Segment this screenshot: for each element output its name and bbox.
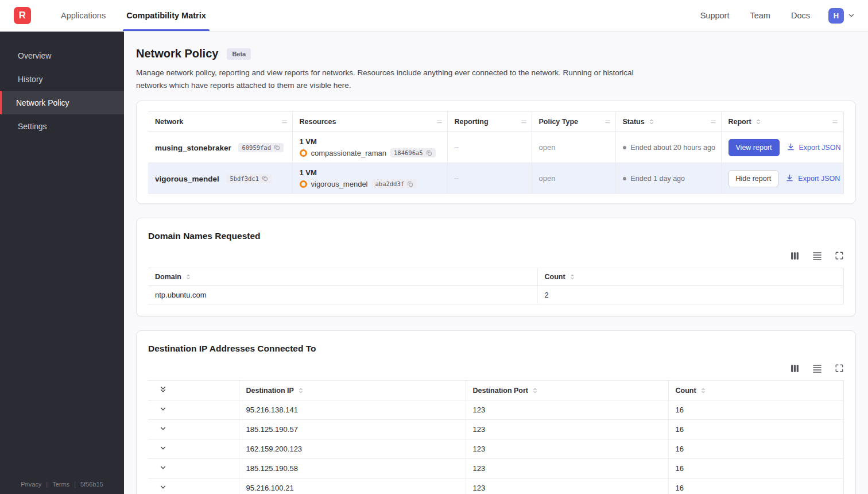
row-density-icon[interactable] bbox=[812, 364, 822, 373]
column-settings-icon[interactable] bbox=[790, 364, 800, 373]
destination-port-value: 123 bbox=[466, 400, 668, 420]
reporting-value: – bbox=[455, 174, 459, 183]
column-header-reporting[interactable]: Reporting bbox=[447, 112, 532, 132]
row-expand-chevron-icon[interactable] bbox=[159, 424, 167, 433]
column-resize-handle-icon[interactable] bbox=[604, 118, 611, 126]
network-id-badge: 5bdf3dc1 bbox=[226, 174, 272, 183]
sort-icon[interactable] bbox=[297, 387, 304, 394]
page-header: Network Policy Beta bbox=[136, 47, 856, 60]
destinations-toolbar bbox=[148, 364, 844, 373]
column-resize-handle-icon[interactable] bbox=[281, 118, 288, 126]
copy-icon[interactable] bbox=[274, 144, 280, 150]
primary-nav: Applications Compatibility Matrix bbox=[51, 0, 216, 31]
row-expand-chevron-icon[interactable] bbox=[159, 483, 167, 491]
sort-icon[interactable] bbox=[648, 118, 655, 125]
column-resize-handle-icon[interactable] bbox=[831, 118, 839, 126]
destination-row[interactable]: 95.216.138.141 123 16 bbox=[148, 400, 843, 420]
fullscreen-icon[interactable] bbox=[835, 251, 844, 261]
sidebar-item-overview[interactable]: Overview bbox=[0, 44, 124, 67]
network-name: vigorous_mendel bbox=[155, 175, 219, 183]
sidebar: Overview History Network Policy Settings… bbox=[0, 32, 124, 494]
domains-toolbar bbox=[148, 251, 844, 261]
column-header-destination-ip[interactable]: Destination IP bbox=[239, 381, 466, 400]
status-text: Ended about 20 hours ago bbox=[631, 144, 715, 152]
column-header-count[interactable]: Count bbox=[668, 381, 843, 400]
column-header-policy-type[interactable]: Policy Type bbox=[532, 112, 615, 132]
row-expand-chevron-icon[interactable] bbox=[159, 444, 167, 452]
nav-applications[interactable]: Applications bbox=[51, 0, 116, 31]
destination-ip-value: 185.125.190.58 bbox=[239, 459, 466, 478]
main-content: Network Policy Beta Manage network polic… bbox=[124, 32, 868, 494]
expand-all-header[interactable] bbox=[148, 381, 239, 400]
nav-compatibility-matrix[interactable]: Compatibility Matrix bbox=[116, 0, 216, 31]
column-resize-handle-icon[interactable] bbox=[520, 118, 528, 126]
export-json-link[interactable]: Export JSON bbox=[786, 142, 841, 153]
secondary-nav: Support Team Docs H bbox=[690, 0, 868, 31]
network-name: musing_stonebraker bbox=[155, 144, 231, 152]
destination-ip-value: 185.125.190.57 bbox=[239, 420, 466, 439]
copy-icon[interactable] bbox=[262, 175, 268, 182]
download-icon bbox=[786, 142, 795, 153]
destination-row[interactable]: 162.159.200.123 123 16 bbox=[148, 439, 843, 459]
sidebar-item-settings[interactable]: Settings bbox=[0, 114, 124, 138]
destination-port-value: 123 bbox=[466, 439, 668, 459]
view-report-button[interactable]: View report bbox=[728, 139, 780, 156]
terms-link[interactable]: Terms bbox=[52, 481, 69, 488]
sort-icon[interactable] bbox=[569, 273, 576, 280]
export-json-link[interactable]: Export JSON bbox=[785, 173, 840, 184]
vm-count: 1 VM bbox=[300, 137, 440, 146]
sort-icon[interactable] bbox=[755, 118, 762, 125]
destination-row[interactable]: 185.125.190.58 123 16 bbox=[148, 459, 843, 478]
networks-header-row: Network Resources Reporting Policy bbox=[148, 112, 843, 132]
sort-icon[interactable] bbox=[700, 387, 707, 394]
copy-icon[interactable] bbox=[407, 181, 413, 187]
domains-header-row: Domain Count bbox=[148, 268, 843, 286]
column-resize-handle-icon[interactable] bbox=[710, 118, 717, 126]
network-row[interactable]: musing_stonebraker 60959fad 1 VM compass… bbox=[148, 132, 843, 163]
beta-badge: Beta bbox=[227, 48, 251, 60]
destinations-card-title: Destination IP Addresses Connected To bbox=[148, 344, 844, 354]
copy-icon[interactable] bbox=[426, 150, 432, 156]
expand-all-double-chevron-icon[interactable] bbox=[159, 385, 167, 393]
destination-ip-value: 162.159.200.123 bbox=[239, 439, 466, 459]
column-header-status[interactable]: Status bbox=[615, 112, 721, 132]
fullscreen-icon[interactable] bbox=[835, 364, 844, 373]
row-expand-chevron-icon[interactable] bbox=[159, 405, 167, 413]
sidebar-item-history[interactable]: History bbox=[0, 67, 124, 91]
top-navigation-bar: R Applications Compatibility Matrix Supp… bbox=[0, 0, 868, 32]
destination-count-value: 16 bbox=[668, 420, 843, 439]
vm-status-icon bbox=[300, 149, 307, 157]
destination-row[interactable]: 95.216.100.21 123 16 bbox=[148, 478, 843, 494]
column-resize-handle-icon[interactable] bbox=[436, 118, 443, 126]
destinations-table: Destination IP Destination Port Count bbox=[148, 380, 843, 494]
nav-support[interactable]: Support bbox=[690, 11, 740, 20]
app-logo[interactable]: R bbox=[14, 7, 31, 24]
page-description: Manage network policy, reporting and vie… bbox=[136, 67, 656, 91]
column-header-destination-port[interactable]: Destination Port bbox=[466, 381, 668, 400]
sort-icon[interactable] bbox=[185, 273, 192, 280]
user-menu-chevron-down-icon[interactable] bbox=[847, 11, 855, 20]
column-header-report[interactable]: Report bbox=[721, 112, 843, 132]
destination-row[interactable]: 185.125.190.57 123 16 bbox=[148, 420, 843, 439]
nav-docs[interactable]: Docs bbox=[781, 11, 820, 20]
domain-row[interactable]: ntp.ubuntu.com 2 bbox=[148, 286, 843, 304]
column-settings-icon[interactable] bbox=[790, 251, 800, 261]
user-avatar[interactable]: H bbox=[828, 8, 844, 24]
sidebar-item-network-policy[interactable]: Network Policy bbox=[0, 91, 124, 114]
row-density-icon[interactable] bbox=[812, 251, 822, 261]
destinations-card: Destination IP Addresses Connected To De… bbox=[136, 330, 856, 494]
nav-team[interactable]: Team bbox=[739, 11, 780, 20]
column-header-resources[interactable]: Resources bbox=[292, 112, 447, 132]
destination-ip-value: 95.216.100.21 bbox=[239, 478, 466, 494]
privacy-link[interactable]: Privacy bbox=[21, 481, 41, 488]
sort-icon[interactable] bbox=[532, 387, 538, 394]
column-header-count[interactable]: Count bbox=[537, 268, 843, 286]
row-expand-chevron-icon[interactable] bbox=[159, 464, 167, 472]
destinations-header-row: Destination IP Destination Port Count bbox=[148, 381, 843, 400]
column-header-domain[interactable]: Domain bbox=[148, 268, 537, 286]
column-header-network[interactable]: Network bbox=[148, 112, 292, 132]
resource-name: vigorous_mendel bbox=[311, 180, 368, 188]
vm-count: 1 VM bbox=[300, 168, 440, 177]
network-row[interactable]: vigorous_mendel 5bdf3dc1 1 VM vigorous_m… bbox=[148, 163, 843, 194]
hide-report-button[interactable]: Hide report bbox=[728, 170, 779, 187]
